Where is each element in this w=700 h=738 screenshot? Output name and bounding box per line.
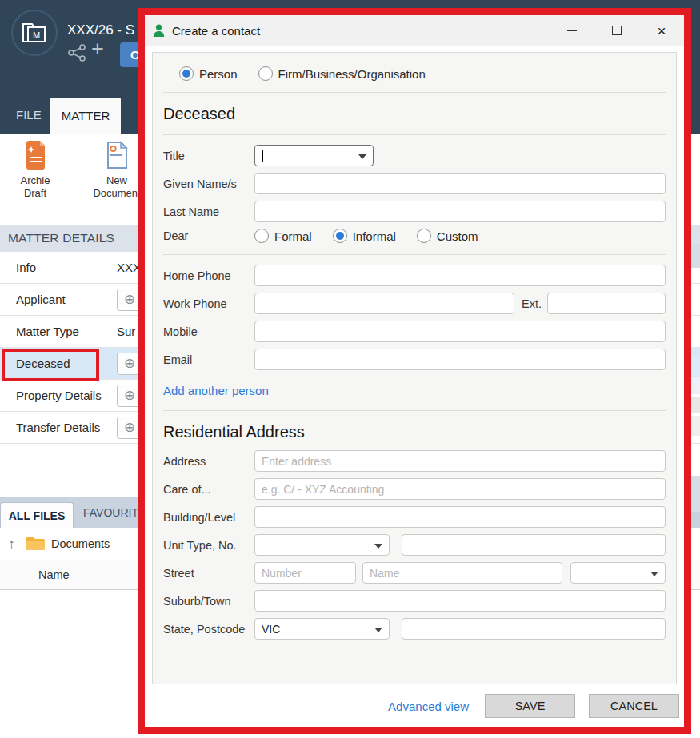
field-row-care-of: Care of... [163,478,666,500]
chevron-down-icon[interactable] [374,628,382,632]
street-number-input[interactable] [254,562,356,584]
unit-number-input[interactable] [402,534,666,556]
window-controls: × [550,15,684,46]
tab-all-files[interactable]: ALL FILES [0,502,74,529]
matter-logo-icon: M [10,8,59,58]
divider [163,254,666,255]
column-header-name[interactable]: Name [38,560,70,589]
radio-person-label[interactable]: Person [199,67,238,81]
add-icon[interactable]: + [91,37,104,62]
contact-type-row: Person Firm/Business/Organisation [179,66,666,81]
divider [163,134,666,135]
street-type-combobox[interactable] [570,562,666,584]
radio-person[interactable] [179,66,194,81]
tab-file[interactable]: FILE [16,108,42,122]
close-icon: × [657,23,666,38]
chevron-down-icon[interactable] [358,154,366,159]
care-of-input[interactable] [254,478,666,500]
share-icon[interactable] [67,43,88,62]
given-names-input[interactable] [254,173,666,194]
dialog-title: Create a contact [172,24,260,38]
radio-firm-label[interactable]: Firm/Business/Organisation [278,67,426,81]
dialog-titlebar[interactable]: Create a contact × [145,15,684,46]
svg-text:M: M [33,30,40,40]
ext-input[interactable] [547,293,666,314]
street-name-input[interactable] [362,562,562,584]
add-another-person-link[interactable]: Add another person [163,384,269,397]
chevron-down-icon[interactable] [374,544,382,549]
field-row-address: Address [163,450,666,472]
radio-dear-custom[interactable] [417,229,431,243]
tab-matter[interactable]: MATTER [50,98,121,134]
divider [163,92,666,93]
divider [163,410,666,411]
archie-draft-button[interactable]: Archie Draft [3,139,67,200]
dialog-body: Person Firm/Business/Organisation Deceas… [145,46,684,727]
chevron-down-icon[interactable] [650,572,658,576]
field-row-dear: Dear Formal Informal Custom [163,229,666,243]
screen: M XXX/26 - S + O FILE MATTER Archie Draf… [0,0,700,738]
dialog-footer: Advanced view SAVE CANCEL [145,685,684,727]
cancel-button[interactable]: CANCEL [589,694,679,718]
email-input[interactable] [254,349,666,370]
field-row-street: Street [163,562,666,584]
field-row-email: Email [163,349,666,370]
postcode-input[interactable] [402,618,666,640]
section-heading-residential-address: Residential Address [163,423,666,441]
radio-dear-formal-label[interactable]: Formal [274,229,312,243]
field-row-title: Title [163,145,666,166]
text-cursor [262,150,263,162]
advanced-view-link[interactable]: Advanced view [388,700,469,713]
field-row-work-phone: Work Phone Ext. [163,293,666,314]
archie-draft-label: Archie Draft [3,174,67,200]
maximize-button[interactable] [594,15,639,46]
state-combobox[interactable]: VIC [254,618,390,640]
unit-type-combobox[interactable] [254,534,390,556]
home-phone-input[interactable] [254,265,666,286]
radio-firm[interactable] [258,66,273,81]
suburb-town-input[interactable] [254,590,666,612]
current-folder-name[interactable]: Documents [51,528,110,560]
building-level-input[interactable] [254,506,666,528]
last-name-input[interactable] [254,201,666,222]
close-button[interactable]: × [639,15,684,46]
mobile-input[interactable] [254,321,666,342]
contact-person-icon [153,24,165,38]
radio-dear-informal[interactable] [333,229,347,243]
work-phone-input[interactable] [254,293,514,314]
save-button[interactable]: SAVE [485,694,575,718]
radio-dear-formal[interactable] [254,229,269,243]
column-divider [30,560,30,591]
field-row-given-names: Given Name/s [163,173,666,194]
ext-label: Ext. [522,297,542,310]
folder-icon[interactable] [26,536,45,551]
title-combobox[interactable] [254,145,374,166]
contact-form-panel: Person Firm/Business/Organisation Deceas… [152,52,677,684]
field-row-mobile: Mobile [163,321,666,342]
field-row-last-name: Last Name [163,201,666,222]
field-row-home-phone: Home Phone [163,265,666,286]
folder-up-icon[interactable]: ↑ [8,528,15,560]
field-row-suburb: Suburb/Town [163,590,666,612]
maximize-icon [612,26,622,35]
field-row-state-postcode: State, Postcode VIC [163,618,666,640]
minimize-button[interactable] [550,15,594,46]
radio-dear-informal-label[interactable]: Informal [353,229,396,243]
field-row-building-level: Building/Level [163,506,666,528]
archie-draft-icon [25,141,46,170]
minimize-icon [567,30,577,31]
address-input[interactable] [254,450,666,472]
create-contact-dialog: Create a contact × Person Firm/Business/… [138,8,691,734]
matter-reference: XXX/26 - S [67,22,134,38]
state-selected-value: VIC [262,623,280,636]
field-row-unit-type: Unit Type, No. [163,534,666,556]
radio-dear-custom-label[interactable]: Custom [437,229,478,243]
new-document-icon [106,141,128,170]
annotation-box-deceased [2,349,99,381]
section-heading-deceased: Deceased [163,105,666,123]
